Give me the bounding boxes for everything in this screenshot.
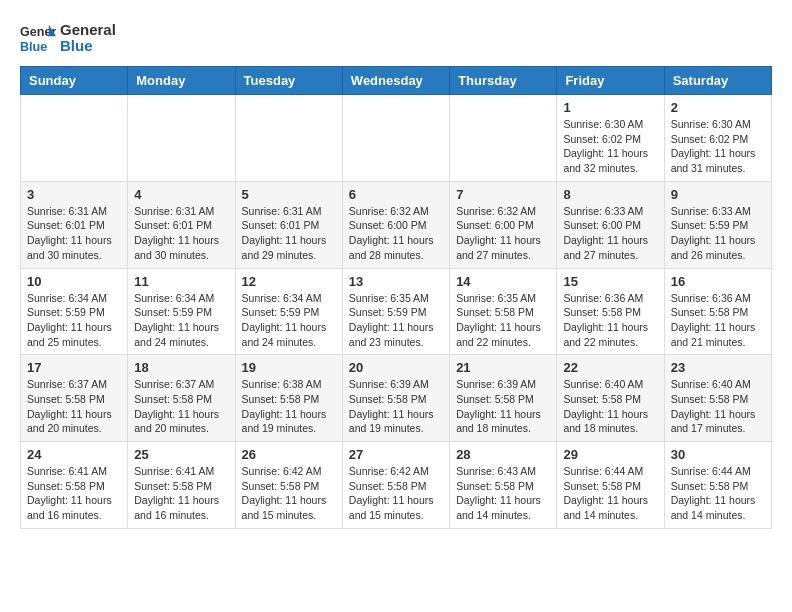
day-number: 11 [134,274,228,289]
day-info: Sunrise: 6:31 AM Sunset: 6:01 PM Dayligh… [27,204,121,263]
day-info: Sunrise: 6:39 AM Sunset: 5:58 PM Dayligh… [456,377,550,436]
calendar-cell: 2Sunrise: 6:30 AM Sunset: 6:02 PM Daylig… [664,95,771,182]
page-header: General Blue General Blue [20,20,772,56]
calendar-cell: 11Sunrise: 6:34 AM Sunset: 5:59 PM Dayli… [128,268,235,355]
day-info: Sunrise: 6:35 AM Sunset: 5:58 PM Dayligh… [456,291,550,350]
calendar-header-thursday: Thursday [450,67,557,95]
day-info: Sunrise: 6:40 AM Sunset: 5:58 PM Dayligh… [563,377,657,436]
calendar-cell: 7Sunrise: 6:32 AM Sunset: 6:00 PM Daylig… [450,181,557,268]
day-info: Sunrise: 6:41 AM Sunset: 5:58 PM Dayligh… [27,464,121,523]
day-info: Sunrise: 6:40 AM Sunset: 5:58 PM Dayligh… [671,377,765,436]
day-number: 21 [456,360,550,375]
day-number: 27 [349,447,443,462]
calendar-cell: 13Sunrise: 6:35 AM Sunset: 5:59 PM Dayli… [342,268,449,355]
day-number: 15 [563,274,657,289]
calendar-cell: 18Sunrise: 6:37 AM Sunset: 5:58 PM Dayli… [128,355,235,442]
calendar-header-monday: Monday [128,67,235,95]
day-info: Sunrise: 6:30 AM Sunset: 6:02 PM Dayligh… [563,117,657,176]
calendar-cell: 5Sunrise: 6:31 AM Sunset: 6:01 PM Daylig… [235,181,342,268]
day-number: 1 [563,100,657,115]
day-number: 16 [671,274,765,289]
day-info: Sunrise: 6:37 AM Sunset: 5:58 PM Dayligh… [27,377,121,436]
calendar-week-row: 10Sunrise: 6:34 AM Sunset: 5:59 PM Dayli… [21,268,772,355]
calendar-cell: 29Sunrise: 6:44 AM Sunset: 5:58 PM Dayli… [557,442,664,529]
calendar-header-friday: Friday [557,67,664,95]
calendar-table: SundayMondayTuesdayWednesdayThursdayFrid… [20,66,772,529]
calendar-cell: 28Sunrise: 6:43 AM Sunset: 5:58 PM Dayli… [450,442,557,529]
day-info: Sunrise: 6:33 AM Sunset: 6:00 PM Dayligh… [563,204,657,263]
calendar-cell [342,95,449,182]
day-info: Sunrise: 6:36 AM Sunset: 5:58 PM Dayligh… [671,291,765,350]
day-number: 13 [349,274,443,289]
day-info: Sunrise: 6:36 AM Sunset: 5:58 PM Dayligh… [563,291,657,350]
calendar-cell: 25Sunrise: 6:41 AM Sunset: 5:58 PM Dayli… [128,442,235,529]
day-info: Sunrise: 6:42 AM Sunset: 5:58 PM Dayligh… [349,464,443,523]
day-info: Sunrise: 6:34 AM Sunset: 5:59 PM Dayligh… [134,291,228,350]
day-number: 17 [27,360,121,375]
calendar-week-row: 3Sunrise: 6:31 AM Sunset: 6:01 PM Daylig… [21,181,772,268]
calendar-cell: 30Sunrise: 6:44 AM Sunset: 5:58 PM Dayli… [664,442,771,529]
calendar-cell [450,95,557,182]
day-info: Sunrise: 6:39 AM Sunset: 5:58 PM Dayligh… [349,377,443,436]
day-info: Sunrise: 6:34 AM Sunset: 5:59 PM Dayligh… [242,291,336,350]
day-number: 3 [27,187,121,202]
calendar-cell: 9Sunrise: 6:33 AM Sunset: 5:59 PM Daylig… [664,181,771,268]
calendar-cell: 24Sunrise: 6:41 AM Sunset: 5:58 PM Dayli… [21,442,128,529]
calendar-cell [235,95,342,182]
day-info: Sunrise: 6:37 AM Sunset: 5:58 PM Dayligh… [134,377,228,436]
calendar-cell: 15Sunrise: 6:36 AM Sunset: 5:58 PM Dayli… [557,268,664,355]
day-info: Sunrise: 6:32 AM Sunset: 6:00 PM Dayligh… [349,204,443,263]
calendar-cell: 16Sunrise: 6:36 AM Sunset: 5:58 PM Dayli… [664,268,771,355]
day-info: Sunrise: 6:38 AM Sunset: 5:58 PM Dayligh… [242,377,336,436]
day-number: 8 [563,187,657,202]
day-number: 9 [671,187,765,202]
calendar-header-row: SundayMondayTuesdayWednesdayThursdayFrid… [21,67,772,95]
calendar-week-row: 24Sunrise: 6:41 AM Sunset: 5:58 PM Dayli… [21,442,772,529]
calendar-cell: 21Sunrise: 6:39 AM Sunset: 5:58 PM Dayli… [450,355,557,442]
calendar-cell: 27Sunrise: 6:42 AM Sunset: 5:58 PM Dayli… [342,442,449,529]
day-number: 6 [349,187,443,202]
day-number: 14 [456,274,550,289]
day-number: 20 [349,360,443,375]
day-info: Sunrise: 6:42 AM Sunset: 5:58 PM Dayligh… [242,464,336,523]
calendar-cell: 26Sunrise: 6:42 AM Sunset: 5:58 PM Dayli… [235,442,342,529]
day-number: 2 [671,100,765,115]
calendar-header-tuesday: Tuesday [235,67,342,95]
svg-text:Blue: Blue [20,40,47,54]
day-info: Sunrise: 6:31 AM Sunset: 6:01 PM Dayligh… [134,204,228,263]
calendar-cell: 19Sunrise: 6:38 AM Sunset: 5:58 PM Dayli… [235,355,342,442]
day-info: Sunrise: 6:43 AM Sunset: 5:58 PM Dayligh… [456,464,550,523]
day-number: 18 [134,360,228,375]
calendar-header-wednesday: Wednesday [342,67,449,95]
calendar-cell: 10Sunrise: 6:34 AM Sunset: 5:59 PM Dayli… [21,268,128,355]
day-number: 22 [563,360,657,375]
day-number: 26 [242,447,336,462]
calendar-cell [21,95,128,182]
calendar-week-row: 17Sunrise: 6:37 AM Sunset: 5:58 PM Dayli… [21,355,772,442]
calendar-cell: 3Sunrise: 6:31 AM Sunset: 6:01 PM Daylig… [21,181,128,268]
day-number: 4 [134,187,228,202]
logo: General Blue General Blue [20,20,116,56]
calendar-cell: 4Sunrise: 6:31 AM Sunset: 6:01 PM Daylig… [128,181,235,268]
day-number: 19 [242,360,336,375]
calendar-cell [128,95,235,182]
day-number: 10 [27,274,121,289]
day-info: Sunrise: 6:44 AM Sunset: 5:58 PM Dayligh… [563,464,657,523]
calendar-cell: 17Sunrise: 6:37 AM Sunset: 5:58 PM Dayli… [21,355,128,442]
calendar-header-saturday: Saturday [664,67,771,95]
day-info: Sunrise: 6:34 AM Sunset: 5:59 PM Dayligh… [27,291,121,350]
calendar-week-row: 1Sunrise: 6:30 AM Sunset: 6:02 PM Daylig… [21,95,772,182]
day-number: 7 [456,187,550,202]
day-number: 23 [671,360,765,375]
calendar-cell: 12Sunrise: 6:34 AM Sunset: 5:59 PM Dayli… [235,268,342,355]
day-info: Sunrise: 6:31 AM Sunset: 6:01 PM Dayligh… [242,204,336,263]
calendar-cell: 1Sunrise: 6:30 AM Sunset: 6:02 PM Daylig… [557,95,664,182]
calendar-cell: 23Sunrise: 6:40 AM Sunset: 5:58 PM Dayli… [664,355,771,442]
day-info: Sunrise: 6:33 AM Sunset: 5:59 PM Dayligh… [671,204,765,263]
calendar-cell: 8Sunrise: 6:33 AM Sunset: 6:00 PM Daylig… [557,181,664,268]
calendar-cell: 20Sunrise: 6:39 AM Sunset: 5:58 PM Dayli… [342,355,449,442]
day-number: 12 [242,274,336,289]
day-info: Sunrise: 6:44 AM Sunset: 5:58 PM Dayligh… [671,464,765,523]
day-number: 5 [242,187,336,202]
day-number: 25 [134,447,228,462]
